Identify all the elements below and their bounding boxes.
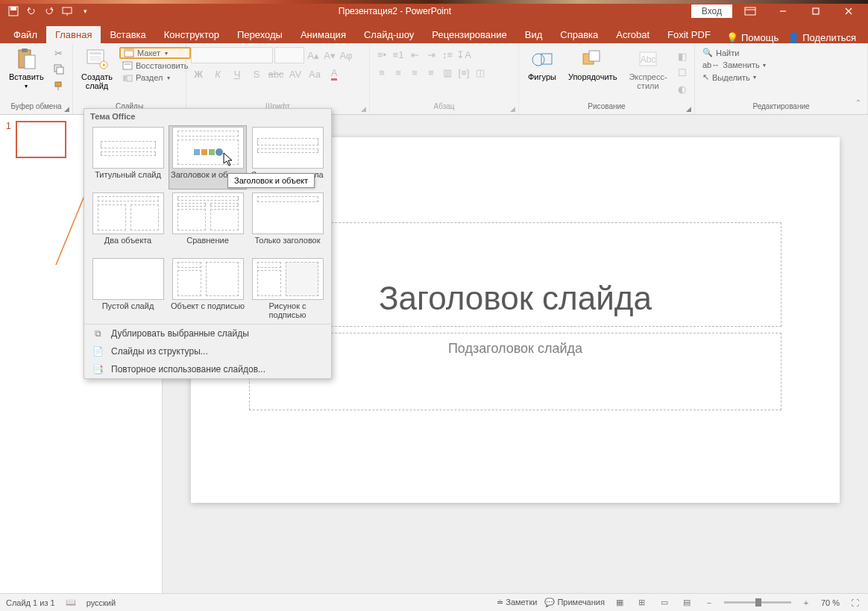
- slides-from-outline-item[interactable]: 📄Слайды из структуры...: [84, 342, 331, 360]
- find-button[interactable]: 🔍Найти: [699, 47, 769, 58]
- copy-icon[interactable]: [51, 62, 66, 77]
- reset-button[interactable]: Восстановить: [119, 60, 191, 71]
- tell-me[interactable]: 💡Помощь: [726, 32, 779, 43]
- notes-button[interactable]: ≐ Заметки: [497, 598, 537, 607]
- inc-indent-icon[interactable]: ⇥: [424, 47, 438, 62]
- paste-button[interactable]: Вставить ▾: [4, 46, 48, 91]
- slide-thumbnail[interactable]: [16, 121, 66, 158]
- bullets-icon[interactable]: ≡•: [374, 47, 389, 62]
- layout-title-only[interactable]: Только заголовок: [248, 191, 327, 255]
- tab-slideshow[interactable]: Слайд-шоу: [355, 26, 423, 43]
- align-text-icon[interactable]: [≡]: [456, 65, 471, 80]
- spacing-icon[interactable]: AV: [288, 66, 303, 81]
- clear-format-icon[interactable]: Aφ: [339, 48, 353, 63]
- ribbon-display-icon[interactable]: [735, 1, 765, 22]
- svg-rect-15: [55, 82, 61, 87]
- bold-icon[interactable]: Ж: [191, 66, 206, 81]
- shapes-button[interactable]: Фигуры: [523, 46, 561, 83]
- new-slide-button[interactable]: ✦ Создать слайд: [78, 46, 116, 92]
- underline-icon[interactable]: Ч: [230, 66, 245, 81]
- spellcheck-icon[interactable]: 📖: [66, 598, 76, 607]
- undo-icon[interactable]: [25, 5, 37, 17]
- tab-acrobat[interactable]: Acrobat: [607, 26, 658, 43]
- dec-indent-icon[interactable]: ⇤: [407, 47, 422, 62]
- close-icon[interactable]: [834, 1, 864, 22]
- cut-icon[interactable]: ✂: [51, 46, 66, 60]
- align-center-icon[interactable]: ≡: [391, 65, 406, 80]
- tab-animation[interactable]: Анимация: [292, 26, 355, 43]
- share-button[interactable]: 👤Поделиться: [787, 32, 856, 43]
- text-direction-icon[interactable]: ↧A: [456, 47, 471, 62]
- smartart-icon[interactable]: ◫: [473, 65, 488, 80]
- quick-styles-button[interactable]: Abc Экспресс- стили: [624, 46, 671, 92]
- collapse-ribbon-icon[interactable]: ˆ: [857, 99, 860, 110]
- columns-icon[interactable]: ▥: [440, 65, 455, 80]
- line-spacing-icon[interactable]: ↕≡: [440, 47, 455, 62]
- align-left-icon[interactable]: ≡: [374, 65, 389, 80]
- start-slideshow-icon[interactable]: [61, 5, 73, 17]
- reuse-slides-item[interactable]: 📑Повторное использование слайдов...: [84, 360, 331, 378]
- drawing-launcher-icon[interactable]: ◢: [686, 105, 691, 113]
- layout-picture-caption[interactable]: Рисунок с подписью: [248, 257, 327, 321]
- zoom-out-icon[interactable]: −: [702, 596, 717, 610]
- replace-button[interactable]: ab↔Заменить▾: [699, 60, 769, 70]
- shape-fill-icon[interactable]: ◧: [675, 48, 690, 63]
- align-right-icon[interactable]: ≡: [407, 65, 422, 80]
- language-indicator[interactable]: русский: [87, 598, 116, 607]
- fit-to-window-icon[interactable]: ⛶: [847, 596, 862, 610]
- tab-foxit[interactable]: Foxit PDF: [658, 26, 720, 43]
- login-button[interactable]: Вход: [691, 4, 732, 18]
- justify-icon[interactable]: ≡: [424, 65, 438, 80]
- italic-icon[interactable]: К: [210, 66, 225, 81]
- arrange-button[interactable]: Упорядочить: [564, 46, 621, 83]
- ribbon-tabs: Файл Главная Вставка Конструктор Переход…: [0, 22, 868, 43]
- zoom-level[interactable]: 70 %: [821, 598, 840, 607]
- layout-content-caption[interactable]: Объект с подписью: [169, 257, 247, 321]
- strike-icon[interactable]: abc: [268, 66, 283, 81]
- layout-two-content[interactable]: Два объекта: [89, 191, 167, 255]
- comments-button[interactable]: 💬 Примечания: [544, 598, 605, 607]
- duplicate-slides-item[interactable]: ⧉Дублировать выбранные слайды: [84, 325, 331, 342]
- tab-transitions[interactable]: Переходы: [228, 26, 292, 43]
- layout-comparison[interactable]: Сравнение: [169, 191, 247, 255]
- format-painter-icon[interactable]: [51, 78, 66, 93]
- change-case-icon[interactable]: Aa: [307, 66, 322, 81]
- shadow-icon[interactable]: S: [249, 66, 264, 81]
- select-button[interactable]: ↖Выделить▾: [699, 72, 769, 83]
- font-color-icon[interactable]: A: [327, 66, 342, 81]
- redo-icon[interactable]: [43, 5, 55, 17]
- font-size-input[interactable]: [274, 47, 304, 63]
- slide-counter[interactable]: Слайд 1 из 1: [6, 598, 55, 607]
- zoom-in-icon[interactable]: +: [799, 596, 814, 610]
- normal-view-icon[interactable]: ▦: [612, 596, 627, 610]
- qat-more-icon[interactable]: ▾: [79, 5, 91, 17]
- numbering-icon[interactable]: ≡1: [391, 47, 406, 62]
- maximize-icon[interactable]: [801, 1, 831, 22]
- grow-font-icon[interactable]: A▴: [306, 48, 321, 63]
- tab-view[interactable]: Вид: [516, 26, 552, 43]
- reading-view-icon[interactable]: ▭: [657, 596, 672, 610]
- shape-outline-icon[interactable]: ☐: [675, 65, 690, 80]
- sorter-view-icon[interactable]: ⊞: [635, 596, 650, 610]
- layout-blank[interactable]: Пустой слайд: [89, 257, 167, 321]
- slideshow-view-icon[interactable]: ▤: [679, 596, 694, 610]
- font-family-input[interactable]: [191, 47, 273, 63]
- tab-file[interactable]: Файл: [4, 26, 46, 43]
- layout-title-slide[interactable]: Титульный слайд: [89, 125, 167, 189]
- paragraph-launcher-icon[interactable]: ◢: [510, 105, 515, 113]
- clipboard-launcher-icon[interactable]: ◢: [64, 105, 69, 113]
- save-icon[interactable]: [7, 5, 19, 17]
- layout-button[interactable]: Макет▾: [119, 47, 191, 59]
- tab-review[interactable]: Рецензирование: [423, 26, 515, 43]
- zoom-slider[interactable]: [724, 601, 791, 604]
- font-launcher-icon[interactable]: ◢: [361, 105, 366, 113]
- tab-design[interactable]: Конструктор: [155, 26, 228, 43]
- tab-home[interactable]: Главная: [46, 26, 101, 43]
- shape-effects-icon[interactable]: ◐: [675, 81, 690, 96]
- section-button[interactable]: Раздел▾: [119, 72, 191, 83]
- replace-icon: ab↔: [702, 60, 720, 69]
- tab-insert[interactable]: Вставка: [101, 26, 154, 43]
- minimize-icon[interactable]: [768, 1, 798, 22]
- tab-help[interactable]: Справка: [551, 26, 607, 43]
- shrink-font-icon[interactable]: A▾: [322, 48, 337, 63]
